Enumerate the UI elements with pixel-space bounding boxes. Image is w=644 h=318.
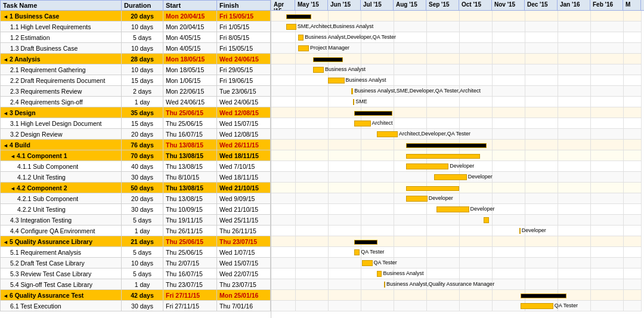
finish-cell: Wed 12/08/15 (217, 129, 271, 140)
task-name-cell: 3.2 Design Review (1, 129, 122, 140)
finish-cell: Fri 19/06/15 (217, 75, 271, 86)
bar-label: Business Analyst,SME,Developer,QA Tester… (354, 88, 481, 94)
finish-cell: Fri 15/05/15 (217, 11, 271, 21)
duration-cell: 30 days (122, 204, 163, 215)
task-name-cell: 2.3 Requirements Review (1, 86, 122, 97)
finish-cell: Wed 26/11/15 (217, 140, 271, 150)
gantt-row: Architect (271, 118, 641, 129)
duration-cell: 20 days (122, 11, 163, 21)
start-cell: Thu 13/08/15 (163, 193, 217, 204)
bar-label: Architect,Developer,QA Tester (399, 131, 470, 137)
bar-label: QA Tester (555, 302, 578, 308)
table-row: 1.2 Estimation5 daysMon 4/05/15Fri 8/05/… (1, 32, 271, 43)
main-container: Task Name Duration Start Finish ◄1 Busin… (0, 0, 644, 318)
gantt-row: QA Tester (271, 247, 641, 258)
gantt-row: Business Analyst (271, 268, 641, 279)
gantt-row: Business Analyst (271, 64, 641, 75)
start-cell: Thu 13/08/15 (163, 161, 217, 172)
duration-cell: 5 days (122, 268, 163, 279)
duration-cell: 21 days (122, 236, 163, 247)
gantt-row: Business Analyst,Quality Assurance Manag… (271, 279, 641, 290)
duration-cell: 28 days (122, 54, 163, 64)
duration-cell: 30 days (122, 301, 163, 311)
start-cell: Thu 10/09/15 (163, 204, 217, 215)
duration-cell: 42 days (122, 290, 163, 301)
gantt-bar (298, 35, 304, 41)
col-task-name: Task Name (1, 1, 122, 11)
start-cell: Mon 18/05/15 (163, 54, 217, 64)
gantt-row (271, 54, 641, 64)
task-name-cell: 1.3 Draft Business Case (1, 43, 122, 54)
start-cell: Thu 25/06/15 (163, 107, 217, 118)
gantt-row: SME (271, 97, 641, 107)
finish-cell: Mon 25/01/16 (217, 290, 271, 301)
duration-cell: 15 days (122, 75, 163, 86)
start-cell: Mon 20/04/15 (163, 11, 217, 21)
gantt-bar (434, 174, 467, 180)
gantt-bar (362, 260, 373, 266)
task-name-cell: 5.2 Draft Test Case Library (1, 258, 122, 268)
bar-label: QA Tester (361, 249, 384, 255)
start-cell: Mon 20/04/15 (163, 21, 217, 32)
finish-cell: Thu 23/07/15 (217, 236, 271, 247)
gantt-row (271, 150, 641, 161)
bar-label: QA Tester (374, 260, 397, 265)
table-row: 4.1.1 Sub Component40 daysThu 13/08/15We… (1, 161, 271, 172)
gantt-chart: Apr '15May '15Jun '15Jul '15Aug '15Sep '… (271, 0, 644, 318)
duration-cell: 5 days (122, 32, 163, 43)
start-cell: Mon 18/05/15 (163, 64, 217, 75)
start-cell: Fri 27/11/15 (163, 301, 217, 311)
start-cell: Thu 16/07/15 (163, 268, 217, 279)
bar-label: SME,Architect,Business Analyst (298, 23, 374, 29)
gantt-bar (521, 303, 553, 309)
duration-cell: 50 days (122, 183, 163, 193)
duration-cell: 20 days (122, 129, 163, 140)
table-row: ◄4.1 Component 170 daysThu 13/08/15Wed 1… (1, 150, 271, 161)
duration-cell: 1 day (122, 226, 163, 236)
finish-cell: Wed 21/10/15 (217, 183, 271, 193)
gantt-row (271, 107, 641, 118)
gantt-row (271, 290, 641, 301)
task-name-cell: 3.1 High Level Design Document (1, 118, 122, 129)
gantt-month-label: Feb '16 (590, 0, 623, 10)
finish-cell: Wed 9/09/15 (217, 193, 271, 204)
start-cell: Fri 27/11/15 (163, 290, 217, 301)
table-row: 5.3 Review Test Case Library5 daysThu 16… (1, 268, 271, 279)
gantt-row: Developer (271, 193, 641, 204)
gantt-bar (313, 67, 324, 73)
bar-label: Business Analyst (325, 66, 366, 72)
gantt-bar (484, 217, 489, 223)
table-row: 5.2 Draft Test Case Library10 daysThu 2/… (1, 258, 271, 268)
table-row: 4.4 Configure QA Environment1 dayThu 26/… (1, 226, 271, 236)
table-row: ◄4 Build76 daysThu 13/08/15Wed 26/11/15 (1, 140, 271, 150)
task-name-cell: 2.2 Draft Requirements Document (1, 75, 122, 86)
finish-cell: Fri 1/05/15 (217, 21, 271, 32)
start-cell: Thu 23/07/15 (163, 279, 217, 290)
start-cell: Thu 25/06/15 (163, 118, 217, 129)
finish-cell: Wed 15/07/15 (217, 118, 271, 129)
gantt-bar (377, 131, 398, 137)
duration-cell: 5 days (122, 215, 163, 226)
gantt-month-label: Oct '15 (459, 0, 492, 10)
gantt-bar (354, 249, 360, 255)
gantt-bar (286, 14, 311, 19)
bar-label: Developer (429, 195, 453, 201)
finish-cell: Wed 18/11/15 (217, 172, 271, 183)
duration-cell: 1 day (122, 279, 163, 290)
gantt-bar (377, 271, 382, 277)
gantt-row (271, 183, 641, 193)
duration-cell: 35 days (122, 107, 163, 118)
finish-cell: Thu 7/01/16 (217, 301, 271, 311)
col-duration: Duration (122, 1, 163, 11)
table-row: 1.3 Draft Business Case10 daysMon 4/05/1… (1, 43, 271, 54)
table-row: 3.1 High Level Design Document15 daysThu… (1, 118, 271, 129)
table-row: 2.1 Requirement Gathering10 daysMon 18/0… (1, 64, 271, 75)
task-name-cell: 4.2.1 Sub Component (1, 193, 122, 204)
duration-cell: 70 days (122, 150, 163, 161)
task-name-cell: 5.3 Review Test Case Library (1, 268, 122, 279)
gantt-row (271, 140, 641, 150)
duration-cell: 30 days (122, 172, 163, 183)
finish-cell: Wed 15/07/15 (217, 258, 271, 268)
finish-cell: Thu 23/07/15 (217, 279, 271, 290)
bar-label: Project Manager (310, 45, 349, 51)
